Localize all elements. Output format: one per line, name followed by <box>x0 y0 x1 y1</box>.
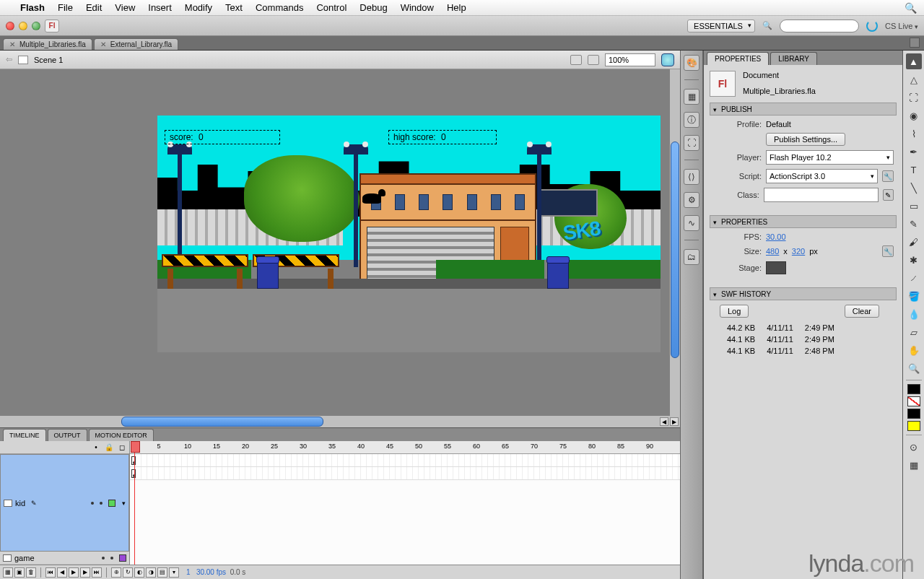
scroll-left-icon[interactable]: ◀ <box>660 417 668 426</box>
play-button[interactable]: ▶ <box>69 567 79 578</box>
menu-modify[interactable]: Modify <box>185 2 212 13</box>
size-settings-icon[interactable]: 🔧 <box>882 245 894 257</box>
highscore-textfield[interactable]: high score: 0 <box>388 130 497 144</box>
brush-tool[interactable]: 🖌 <box>906 234 922 250</box>
menu-control[interactable]: Control <box>316 2 346 13</box>
workspace-dropdown[interactable]: ESSENTIALS <box>687 19 755 32</box>
search-input[interactable] <box>780 19 859 32</box>
sync-icon[interactable] <box>866 20 878 32</box>
transform-panel-icon[interactable]: ⛶ <box>684 135 699 151</box>
onion-outline-button[interactable]: ◑ <box>146 567 156 578</box>
frame-row[interactable] <box>130 467 680 480</box>
menu-view[interactable]: View <box>115 2 135 13</box>
step-back-button[interactable]: ◀ <box>57 567 67 578</box>
stroke-color-swatch[interactable] <box>907 384 920 394</box>
stage-vertical-scrollbar[interactable] <box>670 69 680 416</box>
center-frame-button[interactable]: ⊕ <box>111 567 121 578</box>
fill-none-swatch[interactable] <box>907 396 920 406</box>
menu-commands[interactable]: Commands <box>256 2 303 13</box>
stage-width[interactable]: 480 <box>766 247 779 256</box>
keyframe[interactable] <box>131 456 136 465</box>
zoom-tool[interactable]: 🔍 <box>906 360 922 376</box>
scroll-right-icon[interactable]: ▶ <box>670 417 679 426</box>
minimize-window-button[interactable] <box>19 22 27 30</box>
free-transform-tool[interactable]: ⛶ <box>906 90 922 105</box>
code-snippets-icon[interactable]: ⟨⟩ <box>684 169 699 185</box>
goto-last-button[interactable]: ⏭ <box>92 567 102 578</box>
cslive-dropdown[interactable]: CS Live <box>885 22 918 30</box>
menu-debug[interactable]: Debug <box>359 2 387 13</box>
edit-scene-icon[interactable] <box>570 55 582 65</box>
subselection-tool[interactable]: △ <box>906 71 922 87</box>
rectangle-tool[interactable]: ▭ <box>906 198 922 214</box>
snap-to-objects-button[interactable]: ⊙ <box>906 439 922 455</box>
paint-bucket-tool[interactable]: 🪣 <box>906 288 922 304</box>
stage-viewport[interactable]: SK8 score: 0 high score: 0 <box>0 69 680 416</box>
stage[interactable]: SK8 score: 0 high score: 0 <box>157 116 661 352</box>
delete-layer-button[interactable]: 🗑 <box>26 567 36 578</box>
menu-window[interactable]: Window <box>401 2 434 13</box>
lock-column-icon[interactable]: 🔒 <box>105 443 113 452</box>
components-panel-icon[interactable]: ⚙ <box>684 192 699 208</box>
menu-help[interactable]: Help <box>447 2 466 13</box>
pen-tool[interactable]: ✒ <box>906 144 922 160</box>
properties-section-header[interactable]: PROPERTIES <box>710 215 897 228</box>
spotlight-icon[interactable]: 🔍 <box>905 2 917 14</box>
eyedropper-tool[interactable]: 💧 <box>906 306 922 322</box>
outline-column-icon[interactable]: ◻ <box>118 443 126 452</box>
tab-library[interactable]: LIBRARY <box>770 52 817 65</box>
info-panel-icon[interactable]: ⓘ <box>684 112 699 128</box>
goto-first-button[interactable]: ⏮ <box>45 567 56 578</box>
player-dropdown[interactable]: Flash Player 10.2 <box>766 150 894 165</box>
publish-settings-button[interactable]: Publish Settings... <box>766 133 845 146</box>
loop-button[interactable]: ↻ <box>123 567 133 578</box>
project-panel-icon[interactable]: 🗂 <box>684 249 699 265</box>
script-settings-icon[interactable]: 🔧 <box>882 170 894 182</box>
stage-color-swatch[interactable] <box>766 261 786 274</box>
motion-presets-icon[interactable]: ∿ <box>684 215 699 231</box>
scene-label[interactable]: Scene 1 <box>34 56 63 64</box>
edit-multiple-button[interactable]: ▤ <box>157 567 167 578</box>
line-tool[interactable]: ╲ <box>906 180 922 196</box>
fps-value[interactable]: 30.00 <box>766 232 786 241</box>
layer-row[interactable]: kid ✎ <box>0 454 129 552</box>
tab-properties[interactable]: PROPERTIES <box>707 52 769 65</box>
step-forward-button[interactable]: ▶ <box>80 567 90 578</box>
score-textfield[interactable]: score: 0 <box>165 130 280 144</box>
zoom-dropdown-button[interactable] <box>661 53 674 66</box>
pencil-tool[interactable]: ✎ <box>906 216 922 232</box>
options-button[interactable]: ▦ <box>906 457 922 473</box>
back-icon[interactable]: ⇦ <box>6 55 12 64</box>
new-folder-button[interactable]: ▣ <box>14 567 25 578</box>
swap-colors-swatch[interactable] <box>907 421 920 431</box>
layer-row[interactable]: game <box>0 552 129 565</box>
onion-skin-button[interactable]: ◐ <box>134 567 144 578</box>
menu-text[interactable]: Text <box>225 2 243 13</box>
menu-insert[interactable]: Insert <box>148 2 172 13</box>
log-button[interactable]: Log <box>720 305 749 318</box>
publish-section-header[interactable]: PUBLISH <box>710 103 897 116</box>
swatches-panel-icon[interactable]: 🎨 <box>684 55 699 71</box>
clear-button[interactable]: Clear <box>845 305 879 318</box>
tab-output[interactable]: OUTPUT <box>48 429 87 441</box>
menu-edit[interactable]: Edit <box>86 2 102 13</box>
text-tool[interactable]: T <box>906 162 922 178</box>
edit-symbols-icon[interactable] <box>588 55 599 65</box>
3d-rotation-tool[interactable]: ◉ <box>906 108 922 123</box>
frame-row[interactable] <box>130 454 680 467</box>
frames-area[interactable]: 1 5 10 15 20 25 30 35 40 45 50 55 60 65 <box>130 441 680 565</box>
new-layer-button[interactable]: ▦ <box>3 567 13 578</box>
tab-motion-editor[interactable]: MOTION EDITOR <box>89 429 154 441</box>
bone-tool[interactable]: ⟋ <box>906 270 922 286</box>
menu-app[interactable]: Flash <box>20 2 45 13</box>
visibility-column-icon[interactable]: • <box>92 443 100 452</box>
eraser-tool[interactable]: ▱ <box>906 324 922 340</box>
stage-height[interactable]: 320 <box>792 247 805 256</box>
playhead[interactable] <box>134 441 135 565</box>
deco-tool[interactable]: ✱ <box>906 252 922 268</box>
document-tab[interactable]: ✕ Multiple_Libraries.fla <box>3 38 92 50</box>
close-tab-icon[interactable]: ✕ <box>100 40 106 48</box>
frame-ruler[interactable]: 1 5 10 15 20 25 30 35 40 45 50 55 60 65 <box>130 441 680 454</box>
close-tab-icon[interactable]: ✕ <box>9 40 15 48</box>
stage-horizontal-scrollbar[interactable]: ◀▶ <box>0 416 680 427</box>
